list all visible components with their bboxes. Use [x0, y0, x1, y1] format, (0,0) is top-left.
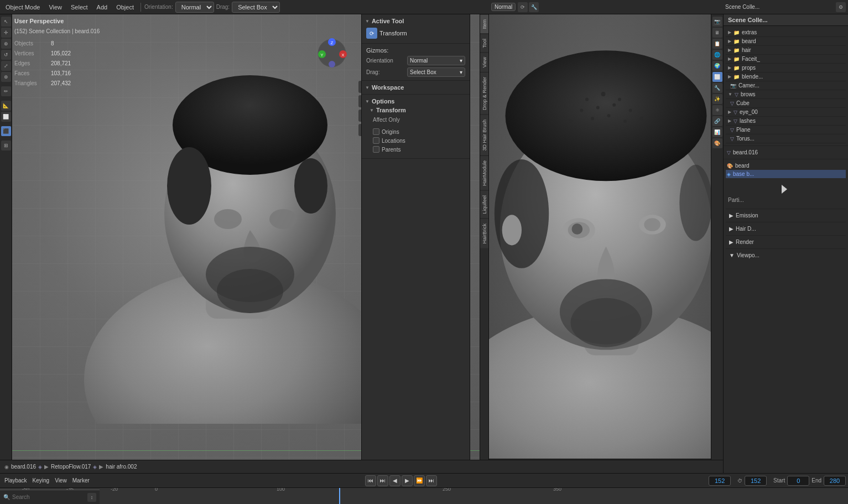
right-top-icon2[interactable]: 🔧 — [529, 2, 539, 12]
view-layer-icon[interactable]: 📋 — [712, 39, 722, 49]
search-clear-btn[interactable]: ↕ — [87, 493, 96, 502]
jump-end-btn[interactable]: ⏭ — [426, 475, 437, 486]
timeline-controls: Playback Keying View Marker ⏮ ⏭ ◀ ▶ ⏩ ⏭ … — [0, 474, 848, 488]
render-header[interactable]: ▶ Render — [728, 238, 844, 246]
locations-checkbox[interactable] — [373, 137, 379, 144]
scene-props-icon[interactable]: 🌐 — [712, 50, 722, 60]
origins-checkbox[interactable] — [373, 128, 379, 135]
objects-value: 8 — [51, 39, 54, 49]
end-value[interactable]: 280 — [824, 476, 846, 486]
orientation-dropdown[interactable]: Normal Global Local — [175, 2, 214, 13]
play-reverse-btn[interactable]: ◀ — [389, 475, 400, 486]
scene-item-eye[interactable]: ▶ ▽ eye_00 — [726, 108, 846, 117]
viewport-header-mat[interactable]: ▼ Viewpo... — [728, 251, 844, 259]
n-tab-hair-brush[interactable]: 3D Hair Brush — [480, 115, 488, 155]
select-menu[interactable]: Select — [67, 3, 91, 12]
orientation-gizmo[interactable]: Z X Y — [315, 37, 348, 70]
scene-item-props[interactable]: ▶ 📁 props — [726, 64, 846, 72]
next-keyframe-btn[interactable]: ⏩ — [414, 475, 425, 486]
jump-start-btn[interactable]: ⏮ — [365, 475, 376, 486]
view-menu[interactable]: View — [45, 3, 65, 12]
output-props-icon[interactable]: 🖥 — [712, 28, 722, 38]
view-menu-timeline[interactable]: View — [53, 476, 69, 485]
transform-subsection: ▼ Transform Affect Only Origins Location… — [364, 106, 467, 156]
right-mode-dropdown[interactable]: Normal — [491, 3, 516, 11]
n-tab-tool[interactable]: Tool — [480, 34, 488, 53]
scene-item-extras[interactable]: ▶ 📁 extras — [726, 28, 846, 37]
scene-item-brows[interactable]: ▼ ▽ brows — [726, 90, 846, 99]
hair-d-header[interactable]: ▶ Hair D... — [728, 225, 844, 233]
orientation-panel-dropdown[interactable]: Normal ▾ — [407, 56, 465, 65]
n-tab-hairbrick[interactable]: HairBrick — [480, 219, 488, 248]
prev-keyframe-btn[interactable]: ⏭ — [377, 475, 388, 486]
measure-btn[interactable]: 📐 — [1, 101, 11, 111]
marker-menu[interactable]: Marker — [70, 476, 92, 485]
end-label: End — [811, 477, 821, 484]
active-tool-header[interactable]: ▼ Active Tool — [364, 17, 467, 25]
move-tool-btn[interactable]: ⊕ — [1, 39, 11, 49]
scene-item-torus[interactable]: ▽ Torus... — [726, 134, 846, 143]
cursor-tool-btn[interactable]: ✛ — [1, 28, 11, 38]
scene-item-faceit[interactable]: ▶ 📁 Faceit_ — [726, 55, 846, 64]
timeline-track[interactable]: -50 -35 -20 0 100 250 350 — [0, 488, 848, 504]
drag-dropdown[interactable]: Select Box Tweak — [232, 2, 280, 13]
svg-point-26 — [596, 106, 600, 110]
base-b-row[interactable]: ◈ base b... — [726, 170, 846, 178]
drag-panel-dropdown[interactable]: Select Box ▾ — [407, 67, 465, 77]
beard016-row[interactable]: ▽ beard.016 — [726, 148, 846, 157]
particle-label[interactable]: Parti... — [726, 196, 846, 204]
play-btn[interactable]: ▶ — [402, 475, 413, 486]
n-tab-item[interactable]: Item — [480, 14, 488, 34]
object-props-icon[interactable]: ⬜ — [712, 72, 722, 82]
rotate-tool-btn[interactable]: ↺ — [1, 50, 11, 60]
select-tool-btn[interactable]: ↖ — [1, 17, 11, 27]
object-mode-dropdown[interactable]: Object Mode — [2, 3, 43, 12]
right-top-icon1[interactable]: ⟳ — [518, 2, 528, 12]
add-cube-btn[interactable]: ⬜ — [1, 112, 11, 122]
scene-item-blende[interactable]: ▶ 📁 blende... — [726, 72, 846, 81]
keying-menu[interactable]: Keying — [30, 476, 52, 485]
n-tab-liquifeel[interactable]: Liquifeel — [480, 190, 488, 219]
constraints-icon[interactable]: 🔗 — [712, 116, 722, 126]
workspace-header[interactable]: ▼ Workspace — [364, 83, 467, 92]
beard-icon: 📁 — [733, 39, 740, 44]
material-icon[interactable]: 🎨 — [712, 138, 722, 148]
scene-item-camera[interactable]: 📷 Camer... — [726, 81, 846, 90]
emission-header[interactable]: ▶ Emission — [728, 211, 844, 220]
scene-item-beard[interactable]: ▶ 📁 beard — [726, 37, 846, 46]
extra-btn[interactable]: ⊞ — [1, 141, 11, 150]
scene-settings-btn[interactable]: ⚙ — [836, 2, 846, 12]
scene-item-cube[interactable]: ▽ Cube — [726, 99, 846, 108]
options-header[interactable]: ▼ Options — [364, 97, 467, 106]
transform-sub-header[interactable]: ▼ Transform — [368, 106, 467, 115]
transform-tool-btn[interactable]: ⊗ — [1, 72, 11, 82]
status-render-icon[interactable]: ◉ — [4, 464, 9, 470]
object-menu[interactable]: Object — [113, 3, 137, 12]
particles-icon[interactable]: ✨ — [712, 94, 722, 104]
play-icon[interactable] — [782, 185, 790, 194]
parents-checkbox[interactable] — [373, 146, 379, 153]
world-props-icon[interactable]: 🌍 — [712, 61, 722, 71]
mat-name-row[interactable]: 🎨 beard — [726, 162, 846, 170]
physics-icon[interactable]: ⚛ — [712, 105, 722, 115]
data-icon[interactable]: 📊 — [712, 127, 722, 137]
add-menu[interactable]: Add — [93, 3, 111, 12]
scene-item-hair[interactable]: ▶ 📁 hair — [726, 46, 846, 55]
n-tab-drop-render[interactable]: Drop & Render — [480, 72, 488, 115]
scene-item-plane[interactable]: ▽ Plane — [726, 126, 846, 134]
annotate-btn[interactable]: ✏ — [1, 86, 11, 96]
render-props-icon[interactable]: 📷 — [712, 17, 722, 27]
viewport-right[interactable] — [489, 14, 723, 473]
search-input[interactable] — [12, 494, 87, 500]
modifier-icon[interactable]: 🔧 — [712, 83, 722, 93]
playback-menu[interactable]: Playback — [2, 476, 29, 485]
n-tab-hair-module[interactable]: HairModule — [480, 155, 488, 190]
timeline-playhead[interactable] — [339, 488, 340, 504]
start-value[interactable]: 0 — [787, 476, 809, 486]
scale-tool-btn[interactable]: ⤢ — [1, 61, 11, 71]
beard016-icon: ▽ — [727, 150, 731, 155]
current-frame-display[interactable]: 152 — [709, 476, 731, 486]
n-tab-view[interactable]: View — [480, 52, 488, 72]
active-tool-btn[interactable]: ⬛ — [1, 126, 11, 136]
scene-item-lashes[interactable]: ▶ ▽ lashes — [726, 117, 846, 126]
